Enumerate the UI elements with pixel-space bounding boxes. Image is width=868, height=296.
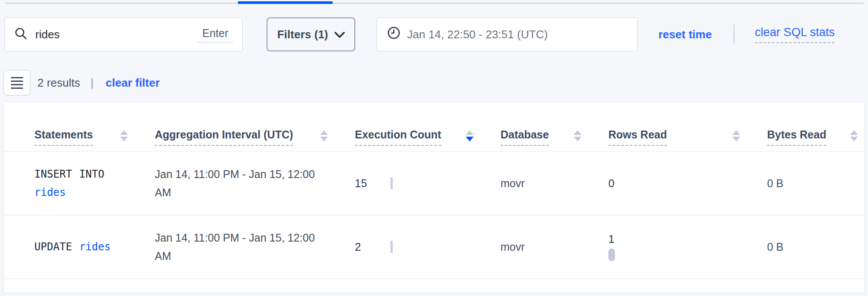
rows-read-value: 0 <box>608 177 614 189</box>
execution-count-bar <box>391 241 393 253</box>
rows-read-cell: 0 <box>608 151 767 215</box>
toolbar-divider <box>734 24 734 44</box>
clear-filter-link[interactable]: clear filter <box>106 76 160 90</box>
table-row: UPDATE rides Jan 14, 11:00 PM - Jan 15, … <box>4 215 865 279</box>
column-selector-icon <box>11 77 23 89</box>
statement-link[interactable]: rides <box>34 186 66 198</box>
column-header-rows-read[interactable]: Rows Read <box>608 102 767 151</box>
rows-read-cell: 1 <box>608 215 767 279</box>
clock-icon <box>387 27 400 42</box>
search-input[interactable] <box>35 28 197 41</box>
database-cell: movr <box>501 215 608 279</box>
results-count: 2 results <box>37 76 80 90</box>
tab-bar <box>0 0 868 4</box>
sort-icon[interactable] <box>574 130 581 146</box>
column-header-execution-count[interactable]: Execution Count <box>355 102 501 151</box>
sort-icon[interactable] <box>320 130 328 146</box>
bytes-read-cell: 0 B <box>767 215 865 279</box>
statements-table-card: Statements Aggregation Interval (UTC) Ex… <box>3 102 865 293</box>
chevron-down-icon <box>334 28 345 41</box>
filters-button-label: Filters (1) <box>277 28 328 41</box>
aggregation-interval-cell: Jan 14, 11:00 PM - Jan 15, 12:00 AM <box>155 151 355 215</box>
bytes-read-value: 0 B <box>767 177 784 189</box>
database-value: movr <box>501 241 525 253</box>
statements-table: Statements Aggregation Interval (UTC) Ex… <box>4 102 865 279</box>
reset-time-link[interactable]: reset time <box>658 28 712 41</box>
execution-count-value: 15 <box>355 177 380 190</box>
execution-count-bar <box>391 177 393 189</box>
enter-key-hint: Enter <box>197 26 234 43</box>
execution-count-cell: 15 <box>355 151 501 215</box>
table-row: INSERT INTO rides Jan 14, 11:00 PM - Jan… <box>4 151 865 215</box>
results-bar: 2 results | clear filter <box>0 70 868 95</box>
column-header-bytes-read[interactable]: Bytes Read <box>767 102 865 151</box>
sort-icon[interactable] <box>732 130 740 146</box>
column-header-database[interactable]: Database <box>501 102 608 151</box>
toolbar: Enter Filters (1) Jan 14, 22:50 - 23:51 … <box>0 17 868 51</box>
sql-keyword: UPDATE <box>34 241 72 253</box>
statement-cell: UPDATE rides <box>4 215 155 279</box>
filters-button[interactable]: Filters (1) <box>267 17 355 51</box>
column-header-statements[interactable]: Statements <box>4 102 155 151</box>
active-tab-indicator <box>238 1 333 4</box>
execution-count-cell: 2 <box>355 215 501 279</box>
column-header-aggregation-interval[interactable]: Aggregation Interval (UTC) <box>155 102 355 151</box>
sort-icon[interactable] <box>850 130 858 146</box>
sort-icon[interactable] <box>120 130 128 146</box>
column-selector-button[interactable] <box>3 70 30 95</box>
statement-cell: INSERT INTO rides <box>4 151 155 215</box>
sort-desc-icon[interactable] <box>466 130 474 146</box>
database-cell: movr <box>501 151 608 215</box>
time-range-value: Jan 14, 22:50 - 23:51 (UTC) <box>407 28 548 41</box>
statement-link[interactable]: rides <box>79 241 110 253</box>
aggregation-interval-cell: Jan 14, 11:00 PM - Jan 15, 12:00 AM <box>155 215 355 279</box>
execution-count-value: 2 <box>355 241 380 253</box>
search-icon <box>14 27 27 42</box>
rows-read-bar <box>608 249 615 261</box>
results-separator: | <box>90 76 93 90</box>
rows-read-value: 1 <box>608 233 614 246</box>
table-header-row: Statements Aggregation Interval (UTC) Ex… <box>4 102 865 151</box>
database-value: movr <box>501 177 525 189</box>
bytes-read-cell: 0 B <box>767 151 865 215</box>
bytes-read-value: 0 B <box>767 241 784 253</box>
time-range-picker[interactable]: Jan 14, 22:50 - 23:51 (UTC) <box>377 17 638 51</box>
clear-sql-stats-link[interactable]: clear SQL stats <box>755 26 835 43</box>
tab-track <box>5 3 864 4</box>
sql-keyword: INSERT INTO <box>34 168 104 180</box>
search-box[interactable]: Enter <box>4 17 243 51</box>
